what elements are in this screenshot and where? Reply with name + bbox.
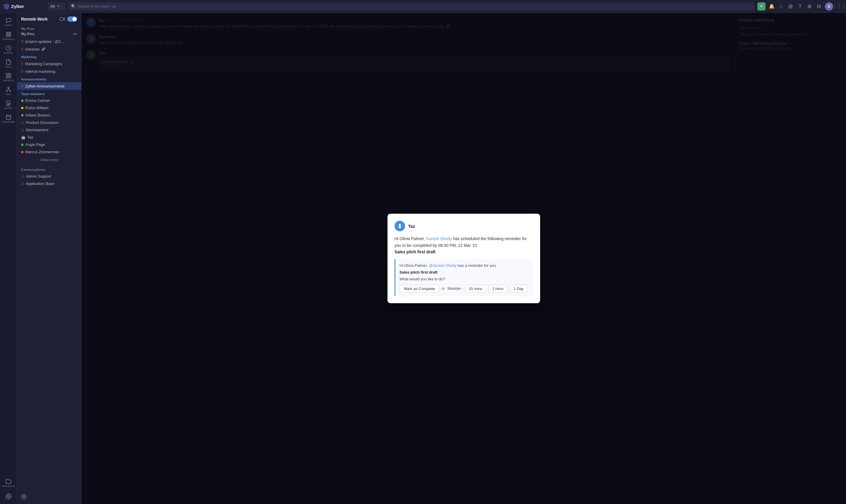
hash-icon: # [21, 61, 23, 66]
channel-marketing-campaigns[interactable]: # Marketing Campaigns [17, 60, 81, 68]
member-rufus[interactable]: Rufus William [17, 104, 81, 111]
member-name: Development [26, 128, 49, 132]
at-icon[interactable]: @ [787, 3, 794, 10]
filter-label: All [51, 4, 55, 8]
menu-icon[interactable]: ⋮⋮⋮ [836, 3, 843, 10]
snooze-1day-button[interactable]: 1 Day [510, 285, 527, 293]
workspace-controls [59, 16, 77, 22]
logo-icon [3, 3, 10, 10]
member-product-discussion[interactable]: ⊙ Product Discussion [17, 119, 81, 126]
inner-at-link[interactable]: @Suresh Shetty [429, 263, 457, 268]
sidebar-item-widgets[interactable]: WIDGETS [1, 71, 16, 84]
pin-project-updates[interactable]: # project-updates : @Z... [17, 38, 81, 45]
snooze-15min-button[interactable]: 15 mins [465, 285, 486, 293]
member-taz[interactable]: 🤖 Taz [17, 133, 81, 141]
toggle-switch[interactable] [67, 16, 77, 22]
video-icon[interactable] [59, 16, 65, 22]
help-icon[interactable]: ? [797, 3, 803, 10]
org-icon [5, 87, 12, 92]
member-name: Emma Cartner [25, 98, 50, 103]
status-dot [21, 100, 23, 102]
show-more-link[interactable]: Show more [17, 156, 81, 164]
conv-admin-support[interactable]: ⊙ Admin Support [17, 173, 81, 180]
filter-chevron-icon[interactable]: ▼ [57, 5, 60, 8]
status-dot [21, 151, 23, 153]
workspace-header: Remote Work [17, 13, 81, 24]
notes-label: NOTES [4, 107, 13, 109]
sidebar-item-history[interactable]: HISTORY [1, 43, 16, 56]
mark-complete-button[interactable]: Mark as Complete [399, 285, 439, 293]
sidebar-item-projects[interactable]: PROJECTS [1, 477, 16, 490]
pin-releases[interactable]: # releases 🔗 [17, 45, 81, 53]
search-bar[interactable]: 🔍 [68, 2, 754, 11]
logo: Zylker [3, 3, 44, 10]
bot-svg-icon [397, 223, 403, 229]
svg-rect-4 [6, 76, 8, 78]
sidebar-item-calendar[interactable]: CALENDAR [1, 112, 16, 125]
inner-reminder-title: Sales pitch first draft [399, 269, 529, 276]
inner-line1: Hi Olivia Palmer, @Suresh Shetty has a r… [399, 263, 529, 269]
status-dot [21, 144, 23, 146]
svg-point-6 [7, 87, 9, 89]
member-emma[interactable]: Emma Cartner [17, 97, 81, 104]
grid-icon[interactable]: ⊞ [806, 3, 812, 10]
member-name: Gilbert Bowers [25, 113, 50, 118]
channel-zylker-announcements[interactable]: # Zylker-Announcements [17, 82, 81, 90]
member-name: Taz [27, 135, 33, 140]
notifications-icon[interactable]: 🔔 [769, 3, 775, 10]
member-gilbert[interactable]: Gilbert Bowers [17, 111, 81, 119]
projects-icon [5, 479, 12, 484]
member-angie[interactable]: Angie Page [17, 141, 81, 148]
files-icon [5, 59, 12, 65]
add-button[interactable]: + [757, 2, 766, 11]
my-pins-label: My Pins [21, 32, 34, 36]
my-pins-title: My Pins [17, 24, 81, 32]
chats-icon [5, 18, 12, 23]
sidebar-item-notes[interactable]: NOTES [1, 98, 16, 111]
conv-label: Application Base [26, 181, 54, 186]
star-icon[interactable]: ☆ [778, 3, 784, 10]
notif-suresh-link[interactable]: Suresh Shetty [426, 236, 452, 241]
pins-more-icon[interactable]: ••• [73, 32, 77, 36]
sidebar-item-settings[interactable] [1, 492, 16, 501]
sidebar-item-files[interactable]: FILES [1, 57, 16, 70]
snooze-1hour-button[interactable]: 1 Hour [488, 285, 507, 293]
conversations-title: Conversations [17, 164, 81, 173]
pin-label: releases [25, 47, 40, 51]
channels-label: CHANNELS [2, 38, 15, 40]
history-label: HISTORY [3, 52, 14, 54]
conv-application-base[interactable]: ⊙ Application Base [17, 180, 81, 187]
history-icon [5, 45, 12, 51]
channel-referral-marketing[interactable]: # referral-marketing [17, 68, 81, 75]
member-development[interactable]: ⊙ Development [17, 126, 81, 133]
notif-header: Taz [395, 221, 533, 231]
search-filter[interactable]: All ▼ [48, 2, 65, 11]
apps-icon[interactable]: ⊟ [815, 3, 822, 10]
team-members-title: Team members [17, 90, 81, 97]
notif-body: Hi Olivia Palmer, Suresh Shetty has sche… [395, 235, 533, 255]
sidebar-item-channels[interactable]: CHANNELS [1, 30, 16, 42]
main-layout: CHATS CHANNELS HISTORY FILES WIDGETS ORG… [0, 13, 846, 504]
chat-icon: ⊙ [21, 121, 24, 125]
svg-rect-2 [6, 74, 8, 75]
chats-label: CHATS [4, 24, 12, 27]
member-marcus[interactable]: Marcus Zimmerman [17, 148, 81, 156]
svg-point-15 [7, 496, 9, 497]
channels-icon [5, 31, 12, 37]
avatar[interactable]: O [825, 2, 833, 11]
search-input[interactable] [77, 4, 752, 8]
svg-point-7 [6, 90, 7, 91]
sidebar-item-chats[interactable]: CHATS [1, 16, 16, 29]
svg-point-8 [10, 90, 11, 91]
hash-icon: # [21, 47, 23, 51]
org-label: ORG [5, 93, 11, 96]
logo-text: Zylker [11, 4, 24, 9]
sidebar-item-org[interactable]: ORG [1, 85, 16, 97]
notif-bot-name: Taz [408, 224, 415, 229]
files-label: FILES [5, 66, 12, 68]
calendar-icon [5, 114, 12, 120]
notif-inner-card: Hi Olivia Palmer, @Suresh Shetty has a r… [395, 259, 533, 296]
settings-bottom[interactable] [17, 490, 81, 504]
hash-icon: # [21, 84, 23, 88]
svg-rect-11 [6, 115, 11, 120]
